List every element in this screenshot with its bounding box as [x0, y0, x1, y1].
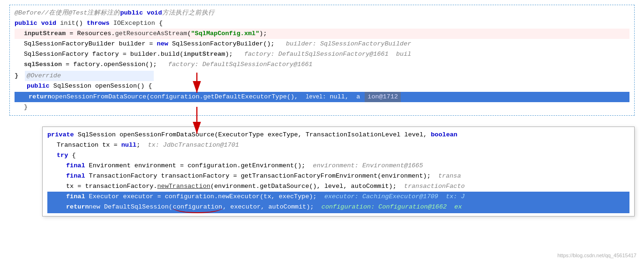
level-badge: level:: [303, 92, 328, 102]
code-text: final TransactionFactory transactionFact…: [66, 171, 461, 181]
annotation-text: @Before//在使用@Test注解标注的public void方法执行之前执…: [15, 8, 215, 18]
bottom-line-return: return new DefaultSqlSession( configurat…: [47, 202, 629, 213]
code-line-inputstream: inputStream = Resources.getResourceAsStr…: [15, 29, 629, 39]
code-text: private SqlSession openSessionFromDataSo…: [47, 130, 457, 140]
code-line-override: @Override: [25, 71, 154, 81]
bottom-line-try: try {: [47, 150, 629, 161]
code-text: SqlSessionFactoryBuilder builder = new S…: [24, 39, 411, 49]
bottom-code-panel: private SqlSession openSessionFromDataSo…: [42, 127, 635, 216]
bottom-line-executor: final Executor executor = configuration.…: [47, 192, 629, 202]
code-text: SqlSessionFactory factory = builder.buil…: [24, 49, 411, 60]
code-text: try {: [57, 150, 76, 161]
code-line-init: public void init() throws IOException {: [15, 18, 629, 29]
code-text: tx = transactionFactory.newTransaction(e…: [66, 181, 465, 192]
url-text: https://blog.csdn.net/qq_45615417: [557, 253, 637, 258]
code-text: inputStream = Resources.getResourceAsStr…: [24, 29, 267, 39]
code-line-builder: SqlSessionFactoryBuilder builder = new S…: [15, 39, 629, 49]
code-line-annotation: @Before//在使用@Test注解标注的public void方法执行之前执…: [15, 8, 629, 18]
code-text: final Environment environment = configur…: [66, 161, 423, 171]
code-text: sqlSession = factory.openSession(); fact…: [24, 60, 313, 70]
code-line-close-brace: } @Override public SqlSession openSessio…: [15, 71, 154, 91]
code-line-close2: }: [15, 102, 629, 112]
bottom-line-env: final Environment environment = configur…: [47, 161, 629, 171]
code-line-opensession: public SqlSession openSession() {: [25, 81, 154, 91]
code-line-return: return openSessionFromDataSource(configu…: [15, 92, 629, 102]
code-text: public void init() throws IOException {: [15, 18, 163, 29]
main-container: @Before//在使用@Test注解标注的public void方法执行之前执…: [0, 0, 644, 261]
bottom-line-1: private SqlSession openSessionFromDataSo…: [47, 130, 629, 140]
bottom-line-2: Transaction tx = null; tx: JdbcTransacti…: [47, 140, 629, 150]
code-line-factory: SqlSessionFactory factory = builder.buil…: [15, 49, 629, 60]
code-text: Transaction tx = null; tx: JdbcTransacti…: [57, 140, 239, 150]
code-line-sqlsession: sqlSession = factory.openSession(); fact…: [15, 60, 629, 70]
bottom-line-tf: final TransactionFactory transactionFact…: [47, 171, 629, 181]
top-code-panel: @Before//在使用@Test注解标注的public void方法执行之前执…: [9, 5, 635, 116]
bottom-line-tx: tx = transactionFactory.newTransaction(e…: [47, 181, 629, 192]
